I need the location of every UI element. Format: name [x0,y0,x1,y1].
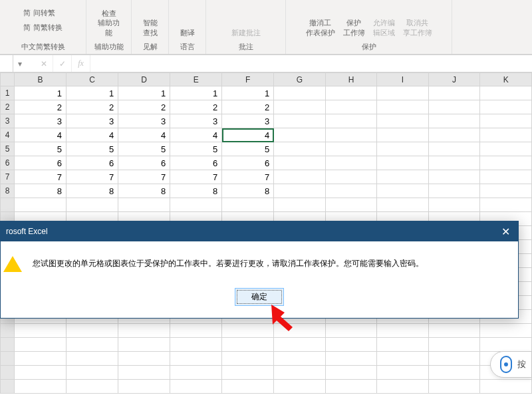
floating-assist-bubble[interactable]: 按 [490,351,532,378]
cell[interactable] [118,338,170,352]
cell[interactable] [377,142,429,156]
cell[interactable] [325,324,377,338]
cell[interactable] [222,352,274,366]
col-header-K[interactable]: K [480,73,532,86]
cell[interactable] [274,338,326,352]
cell[interactable] [428,324,480,338]
cell[interactable] [480,170,532,184]
cell[interactable] [118,198,170,212]
col-header-E[interactable]: E [170,73,222,86]
cell[interactable] [428,142,480,156]
cell[interactable] [325,156,377,170]
cell[interactable] [118,380,170,394]
cell[interactable] [377,100,429,114]
cell[interactable] [428,184,480,198]
cell[interactable]: 1 [222,86,274,100]
cell[interactable] [15,366,66,380]
cell[interactable] [274,198,326,212]
cell[interactable] [428,366,480,380]
cell[interactable] [325,100,377,114]
cell[interactable]: 5 [170,142,222,156]
dialog-close-button[interactable]: ✕ [499,225,513,238]
cell[interactable] [480,184,532,198]
cell[interactable] [274,100,326,114]
name-box[interactable] [0,55,13,72]
col-header-B[interactable]: B [15,73,66,86]
cell[interactable] [15,338,66,352]
select-all-corner[interactable] [1,73,15,86]
cell[interactable] [170,352,222,366]
name-box-dropdown-icon[interactable]: ▾ [13,59,27,68]
check-accessibility-btn[interactable]: 检查 辅助功能 [92,7,126,39]
cell[interactable]: 3 [170,114,222,128]
cell[interactable]: 3 [118,114,170,128]
cell[interactable] [377,184,429,198]
cell[interactable] [15,352,66,366]
row-header[interactable]: 7 [1,170,15,184]
cell[interactable] [15,198,66,212]
cell[interactable]: 2 [15,100,66,114]
cell[interactable] [377,128,429,142]
cell[interactable] [118,324,170,338]
cell[interactable] [480,338,532,352]
cell[interactable]: 1 [118,86,170,100]
cell[interactable]: 8 [118,184,170,198]
cell[interactable] [274,156,326,170]
cell[interactable] [377,156,429,170]
cell[interactable]: 8 [66,184,118,198]
cell[interactable] [325,338,377,352]
cell[interactable]: 6 [222,156,274,170]
cell[interactable]: 1 [170,86,222,100]
row-header[interactable] [1,324,15,338]
cell[interactable] [428,338,480,352]
cell[interactable]: 8 [170,184,222,198]
dialog-titlebar[interactable]: rosoft Excel ✕ [1,221,518,241]
cell[interactable]: 8 [222,184,274,198]
cell[interactable]: 4 [66,128,118,142]
cell[interactable] [66,324,118,338]
cell[interactable] [428,86,480,100]
cell[interactable] [377,352,429,366]
cell[interactable] [428,100,480,114]
convert-simple-btn1[interactable]: 简 间转繁 [21,7,57,19]
cell[interactable]: 1 [66,86,118,100]
cell[interactable]: 2 [170,100,222,114]
cell[interactable] [222,380,274,394]
formula-input[interactable] [90,55,532,72]
protect-workbook-btn[interactable]: 保护 工作簿 [340,17,368,39]
cell[interactable] [66,380,118,394]
row-header[interactable] [1,380,15,394]
cell[interactable] [274,170,326,184]
cell[interactable]: 6 [15,156,66,170]
cell[interactable] [274,366,326,380]
cell[interactable]: 3 [15,114,66,128]
cell[interactable]: 3 [66,114,118,128]
cell[interactable]: 7 [118,170,170,184]
cell[interactable]: 7 [66,170,118,184]
cell[interactable] [274,142,326,156]
cell[interactable] [274,86,326,100]
cell[interactable] [480,156,532,170]
cell[interactable] [325,184,377,198]
cell[interactable] [325,128,377,142]
col-header-C[interactable]: C [66,73,118,86]
cell[interactable] [170,198,222,212]
col-header-H[interactable]: H [325,73,377,86]
cell[interactable] [377,86,429,100]
cell[interactable] [325,198,377,212]
cell[interactable] [428,128,480,142]
cell[interactable] [480,86,532,100]
cell[interactable]: 2 [118,100,170,114]
col-header-G[interactable]: G [274,73,326,86]
cell[interactable] [118,352,170,366]
row-header[interactable]: 3 [1,114,15,128]
cell[interactable]: 4 [15,128,66,142]
cell[interactable] [480,142,532,156]
cell[interactable]: 5 [15,142,66,156]
cell[interactable] [118,366,170,380]
cell[interactable]: 6 [118,156,170,170]
cell[interactable] [428,198,480,212]
cell[interactable] [377,114,429,128]
cell[interactable]: 4 [222,128,274,142]
cell[interactable] [66,338,118,352]
